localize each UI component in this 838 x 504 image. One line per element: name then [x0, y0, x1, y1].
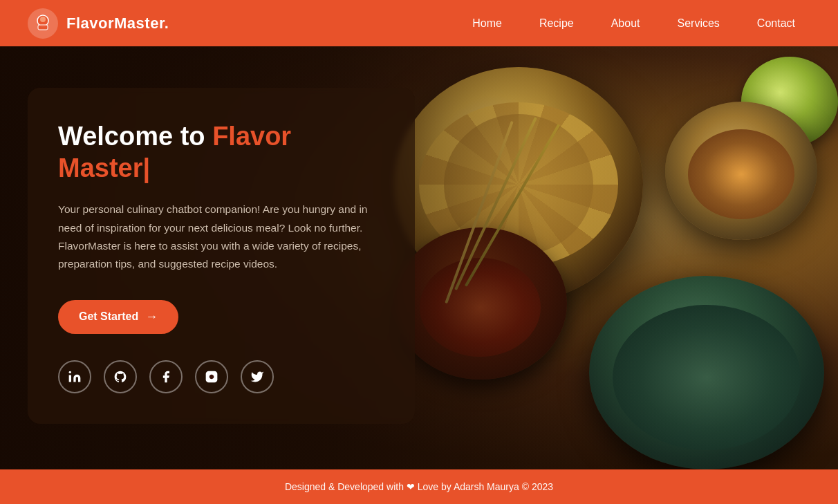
- brand[interactable]: FlavorMaster.: [28, 8, 169, 39]
- instagram-icon[interactable]: [195, 360, 228, 393]
- svg-rect-1: [38, 25, 48, 30]
- github-icon[interactable]: [104, 360, 137, 393]
- nav-links: Home Recipe About Services Contact: [457, 17, 810, 30]
- hero-description: Your personal culinary chatbot companion…: [58, 200, 384, 273]
- hero-card: Welcome to Flavor Master| Your personal …: [28, 88, 415, 424]
- social-links: [58, 360, 384, 393]
- hero-title-prefix: Welcome to: [58, 122, 212, 151]
- cta-arrow-icon: →: [145, 310, 158, 324]
- hero-section: Welcome to Flavor Master| Your personal …: [0, 46, 838, 504]
- nav-recipe[interactable]: Recipe: [524, 12, 589, 35]
- footer: Designed & Developed with ❤ Love by Adar…: [0, 469, 838, 504]
- twitter-icon[interactable]: [241, 360, 274, 393]
- nav-home[interactable]: Home: [457, 12, 517, 35]
- brand-name: FlavorMaster.: [66, 15, 169, 32]
- nav-services[interactable]: Services: [662, 12, 735, 35]
- svg-point-2: [40, 17, 46, 22]
- cta-label: Get Started: [79, 310, 138, 323]
- svg-point-3: [69, 371, 71, 373]
- facebook-icon[interactable]: [149, 360, 183, 393]
- hero-title: Welcome to Flavor Master|: [58, 121, 384, 184]
- linkedin-icon[interactable]: [58, 360, 91, 393]
- hero-content: Welcome to Flavor Master| Your personal …: [28, 88, 415, 424]
- nav-about[interactable]: About: [596, 12, 655, 35]
- nav-contact[interactable]: Contact: [742, 12, 810, 35]
- chef-hat-icon: [33, 14, 53, 33]
- navbar: FlavorMaster. Home Recipe About Services…: [0, 0, 838, 46]
- footer-text: Designed & Developed with ❤ Love by Adar…: [285, 481, 553, 492]
- get-started-button[interactable]: Get Started →: [58, 300, 178, 334]
- brand-logo-icon: [28, 8, 58, 39]
